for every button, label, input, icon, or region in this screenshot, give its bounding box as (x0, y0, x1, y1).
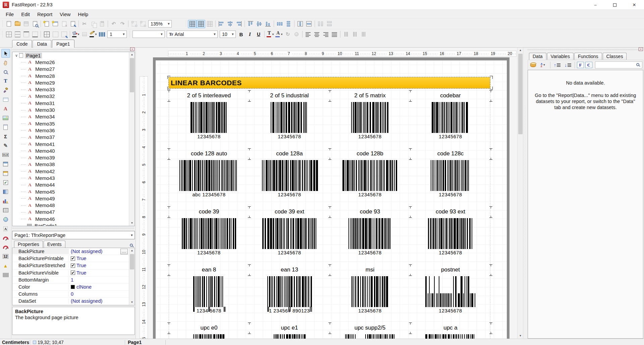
align-bottoms-button[interactable] (264, 20, 272, 28)
format-painter-button[interactable] (1, 86, 10, 95)
checkbox-icon[interactable]: ✔ (71, 263, 75, 268)
canvas-scrollbar[interactable]: ▲ ▼ (517, 48, 523, 339)
tree-item-memo39[interactable]: AMemo39 (12, 154, 135, 161)
scrollbar-thumb[interactable] (518, 54, 523, 134)
barcode-bars[interactable] (271, 102, 308, 133)
barcode-label[interactable]: upc a (410, 323, 491, 331)
align-horizontal-centers-button[interactable] (226, 20, 234, 28)
barcode-cell-2-of-5-interleaved[interactable]: 2 of 5 interleaved12345678 (169, 90, 249, 148)
fields-button[interactable]: F (577, 62, 584, 68)
barcode-cell-upc-supp2-5[interactable]: upc supp2/5 (330, 323, 410, 339)
barcode-label[interactable]: ean 13 (249, 264, 330, 273)
tree-item-memo32[interactable]: AMemo32 (12, 93, 135, 100)
tree-item-memo38[interactable]: AMemo38 (12, 161, 135, 168)
tab-data[interactable]: Data (33, 40, 51, 48)
tree-scrollbar[interactable]: ▲ ▼ (129, 52, 135, 226)
barcode-bars[interactable] (348, 218, 391, 249)
tree-item-memo27[interactable]: AMemo27 (12, 66, 135, 72)
tree-item-memo43[interactable]: AMemo43 (12, 175, 135, 181)
text-tool-button[interactable]: T (1, 77, 10, 86)
inspector-search-icon[interactable] (130, 244, 133, 247)
frame-bottom-line-button[interactable] (31, 30, 39, 39)
align-rights-button[interactable] (234, 20, 243, 28)
barcode-cell-codebar[interactable]: codebar12345678 (410, 90, 491, 148)
property-value[interactable]: 0 (69, 291, 135, 297)
italic-button[interactable]: I (246, 30, 254, 39)
horizontal-ruler[interactable]: 1234567891011121314151617181920 (168, 51, 517, 57)
tree-item-memo41[interactable]: AMemo41 (12, 141, 135, 147)
barcode-bars[interactable] (191, 102, 227, 133)
property-value[interactable]: 1 (69, 277, 135, 283)
line-style-button[interactable] (98, 30, 106, 39)
insert-band-button[interactable] (1, 95, 10, 104)
gauge-object-button[interactable] (1, 234, 10, 242)
checkbox-icon[interactable]: ✔ (71, 270, 75, 275)
scroll-up-icon[interactable]: ▲ (129, 248, 135, 253)
barcode-cell-code-128-auto[interactable]: code 128 autoabc 12345678 (169, 148, 249, 206)
property-value[interactable]: ✔True (69, 270, 135, 276)
scroll-down-icon[interactable]: ▼ (518, 333, 523, 339)
scroll-down-icon[interactable]: ▼ (129, 220, 135, 226)
barcode-bars[interactable] (193, 276, 225, 307)
calendar-object-button[interactable] (1, 160, 10, 168)
subreport-object-button[interactable] (1, 123, 10, 132)
scroll-down-icon[interactable]: ▼ (129, 300, 135, 305)
center-vertically-in-band-button[interactable] (305, 20, 313, 28)
barcode-cell-2-of-5-matrix[interactable]: 2 of 5 matrix12345678 (330, 90, 410, 148)
table-object-button[interactable] (1, 206, 10, 215)
ellipsis-button[interactable]: ... (120, 249, 128, 254)
frame-edit-button[interactable]: ✎ (60, 30, 68, 39)
barcode-cell-msi[interactable]: msi12345678 (330, 264, 410, 323)
property-row-dataset[interactable]: DataSet(Not assigned) (12, 298, 135, 305)
space-vertically-button[interactable] (284, 20, 293, 28)
barcode-label[interactable]: msi (330, 264, 410, 273)
barcode-bars[interactable] (432, 102, 469, 133)
barcode-bars[interactable] (351, 102, 389, 133)
inspector-grip[interactable] (12, 227, 135, 230)
barcode-label[interactable]: upc e1 (249, 323, 330, 331)
barcode-cell-ean-13[interactable]: ean 131 234567 890123 (249, 264, 330, 323)
tree-item-memo28[interactable]: AMemo28 (12, 72, 135, 79)
text-object-button[interactable]: A (1, 104, 10, 113)
tree-item-memo42[interactable]: AMemo42 (12, 168, 135, 175)
property-row-bottommargin[interactable]: BottomMargin1 (12, 277, 135, 284)
barcode-cell-code-93[interactable]: code 9312345678 (330, 206, 410, 264)
checkbox-icon[interactable]: ✔ (71, 256, 75, 261)
tree-item-memo47[interactable]: AMemo47 (12, 209, 135, 215)
panel-splitter[interactable] (523, 48, 527, 339)
cellular-text-object-button[interactable]: A (1, 225, 10, 233)
tab-code[interactable]: Code (12, 40, 32, 48)
new-report-button[interactable] (4, 20, 13, 28)
property-value[interactable]: ✔True (69, 263, 135, 268)
text-style-select[interactable]: ▼ (132, 31, 165, 38)
property-value[interactable]: (Not assigned) (69, 298, 135, 304)
barcode-bars[interactable] (267, 276, 312, 307)
justify-block-button[interactable] (330, 30, 339, 39)
scrollbar-thumb[interactable] (130, 58, 134, 92)
barcode-cell-code-93-ext[interactable]: code 93 ext12345678 (410, 206, 491, 264)
justify-center-button[interactable] (313, 30, 321, 39)
chart-object-button[interactable] (1, 197, 10, 205)
property-value[interactable]: ✔True (69, 256, 135, 261)
report-title-band[interactable]: LINEAR BARCODES (169, 77, 490, 88)
frame-top-line-button[interactable] (22, 30, 31, 39)
property-row-backpicture[interactable]: BackPicture(Not assigned)... (12, 248, 135, 255)
barcode-label[interactable]: code 128a (249, 148, 330, 157)
minimize-button[interactable]: ‒ (586, 0, 605, 10)
barcode-label[interactable]: code 93 (330, 206, 410, 215)
barcode-cell-code-128b[interactable]: code 128b12345678 (330, 148, 410, 206)
line-width-select[interactable]: 1▼ (107, 31, 127, 38)
create-field-button[interactable]: C (585, 62, 592, 68)
tree-item-barcode1[interactable]: BarCode1 (12, 222, 135, 226)
barcode-bars[interactable] (425, 334, 476, 339)
property-row-columns[interactable]: Columns0 (12, 291, 135, 298)
zoom-select[interactable]: 135%▼ (148, 20, 172, 28)
data-panel-tab-data[interactable]: Data (529, 53, 546, 60)
bold-button[interactable]: B (237, 30, 246, 39)
barcode-cell-upc-a[interactable]: upc a (410, 323, 491, 339)
inspector-tab-properties[interactable]: Properties (14, 241, 43, 248)
barcode-bars[interactable] (262, 218, 317, 249)
property-row-color[interactable]: ColorclNone (12, 284, 135, 291)
object-selector[interactable]: Page1: TfrxReportPage ▼ (12, 231, 135, 239)
barcode-label[interactable]: code 93 ext (410, 206, 491, 215)
